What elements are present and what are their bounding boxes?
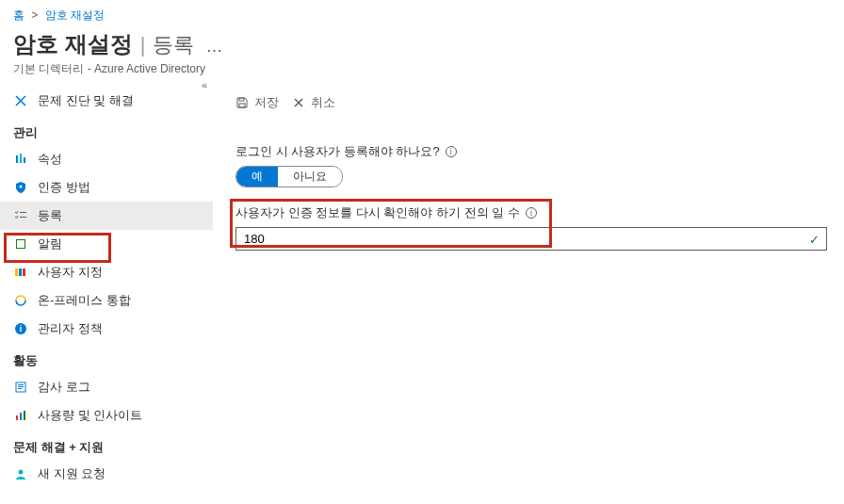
sync-icon [13, 293, 28, 308]
breadcrumb-sep: > [31, 8, 38, 22]
sidebar-group-activity: 활동 [0, 343, 213, 373]
svg-rect-14 [18, 384, 24, 385]
checklist-icon [13, 208, 28, 223]
svg-rect-17 [16, 415, 18, 420]
page-title-row: 암호 재설정 | 등록 … [0, 27, 844, 61]
breadcrumb: 홈 > 암호 재설정 [0, 0, 844, 27]
sidebar: « 문제 진단 및 해결 관리 속성 인증 방법 등록 [0, 87, 213, 488]
page-title: 암호 재설정 [13, 29, 133, 59]
sidebar-item-new-support[interactable]: 새 지원 요청 [0, 460, 213, 488]
checkmark-icon: ✓ [809, 232, 820, 246]
svg-rect-8 [15, 268, 18, 276]
save-icon [235, 96, 249, 109]
info-tooltip-icon[interactable]: i [446, 146, 457, 157]
main-content: 저장 취소 로그인 시 사용자가 등록해야 하나요? i 예 아니요 사용자가 … [213, 87, 844, 488]
svg-rect-10 [23, 268, 25, 276]
sidebar-item-audit-logs[interactable]: 감사 로그 [0, 373, 213, 401]
svg-text:i: i [20, 324, 23, 333]
sidebar-item-label: 새 지원 요청 [38, 465, 106, 482]
sidebar-item-label: 사용량 및 인사이트 [38, 407, 142, 424]
sidebar-item-admin-policy[interactable]: i 관리자 정책 [0, 315, 213, 343]
sidebar-item-label: 사용자 지정 [38, 264, 103, 281]
shield-icon [13, 180, 28, 195]
save-label: 저장 [254, 94, 279, 111]
page-subtitle: 기본 디렉터리 - Azure Active Directory [0, 61, 844, 87]
discard-label: 취소 [311, 94, 335, 111]
collapse-icon[interactable]: « [202, 79, 207, 90]
log-icon [13, 380, 28, 395]
require-register-label-row: 로그인 시 사용자가 등록해야 하나요? i [235, 143, 827, 160]
svg-point-3 [20, 186, 23, 188]
sidebar-item-auth-methods[interactable]: 인증 방법 [0, 173, 213, 202]
diagnose-icon [13, 93, 28, 108]
chart-icon [13, 408, 28, 423]
svg-rect-15 [18, 386, 24, 387]
page-section: 등록 [153, 31, 194, 59]
svg-rect-21 [239, 98, 244, 101]
sidebar-item-usage-insights[interactable]: 사용량 및 인사이트 [0, 401, 213, 430]
support-icon [13, 466, 28, 481]
svg-rect-4 [20, 212, 26, 213]
require-register-label: 로그인 시 사용자가 등록해야 하나요? [235, 143, 440, 160]
sidebar-item-label: 감사 로그 [38, 379, 90, 396]
sidebar-item-label: 온-프레미스 통합 [38, 292, 131, 309]
sidebar-item-registration[interactable]: 등록 [0, 202, 213, 230]
properties-icon [13, 152, 28, 167]
info-icon: i [13, 321, 28, 336]
highlight-sidebar [4, 233, 111, 263]
svg-point-20 [19, 470, 24, 475]
sidebar-item-label: 등록 [38, 207, 62, 224]
svg-rect-16 [18, 388, 22, 389]
svg-rect-0 [16, 155, 18, 163]
svg-rect-1 [20, 154, 22, 163]
sidebar-item-label: 인증 방법 [38, 179, 90, 196]
svg-rect-22 [239, 104, 245, 107]
sidebar-item-diagnose[interactable]: 문제 진단 및 해결 [0, 87, 213, 115]
sidebar-item-properties[interactable]: 속성 [0, 145, 213, 173]
breadcrumb-current[interactable]: 암호 재설정 [45, 8, 105, 22]
more-icon[interactable]: … [205, 37, 223, 57]
svg-rect-9 [19, 268, 22, 276]
palette-icon [13, 265, 28, 280]
title-divider: | [140, 33, 146, 57]
svg-rect-19 [24, 411, 25, 420]
highlight-field [230, 199, 552, 248]
require-register-toggle[interactable]: 예 아니요 [235, 166, 343, 187]
toolbar: 저장 취소 [235, 87, 827, 122]
sidebar-item-onprem[interactable]: 온-프레미스 통합 [0, 286, 213, 315]
sidebar-item-label: 관리자 정책 [38, 320, 103, 337]
sidebar-group-manage: 관리 [0, 115, 213, 145]
save-button[interactable]: 저장 [235, 94, 279, 111]
discard-button[interactable]: 취소 [292, 94, 335, 111]
close-icon [292, 96, 305, 109]
sidebar-item-label: 속성 [38, 151, 62, 168]
toggle-no[interactable]: 아니요 [278, 167, 342, 187]
sidebar-group-support: 문제 해결 + 지원 [0, 430, 213, 460]
toggle-yes[interactable]: 예 [236, 167, 278, 187]
sidebar-item-label: 문제 진단 및 해결 [38, 92, 134, 109]
svg-rect-5 [20, 217, 26, 218]
svg-rect-18 [20, 413, 22, 420]
svg-rect-2 [24, 157, 25, 163]
breadcrumb-home[interactable]: 홈 [13, 8, 24, 22]
